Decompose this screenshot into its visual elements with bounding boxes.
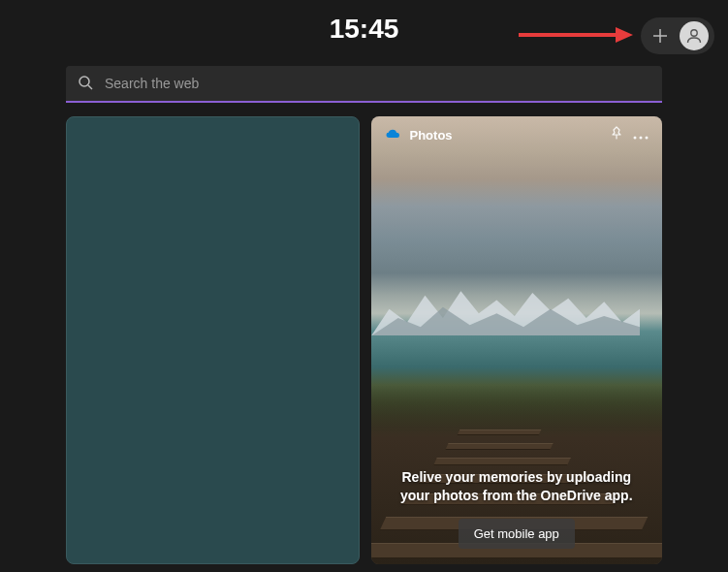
photos-header-actions xyxy=(610,126,649,143)
search-icon xyxy=(78,75,93,94)
svg-line-6 xyxy=(88,85,92,89)
search-container xyxy=(66,66,662,103)
svg-marker-1 xyxy=(616,27,633,43)
top-right-controls xyxy=(641,17,714,54)
add-widget-button[interactable] xyxy=(647,22,674,49)
mountain-shapes xyxy=(371,282,640,335)
get-mobile-app-button[interactable]: Get mobile app xyxy=(459,519,575,549)
onedrive-icon xyxy=(385,126,402,143)
clock: 15:45 xyxy=(330,14,399,45)
svg-point-11 xyxy=(646,137,649,140)
svg-point-9 xyxy=(634,137,637,140)
photos-widget-header: Photos xyxy=(371,116,663,153)
profile-button[interactable] xyxy=(680,21,709,50)
svg-point-4 xyxy=(691,30,697,36)
pin-icon[interactable] xyxy=(610,126,623,143)
plus-icon xyxy=(651,27,669,45)
photos-widget-title: Photos xyxy=(410,128,453,143)
photos-caption: Relive your memories by uploading your p… xyxy=(387,468,648,505)
photos-overlay: Relive your memories by uploading your p… xyxy=(371,449,663,564)
annotation-arrow xyxy=(519,25,635,45)
svg-point-10 xyxy=(640,137,643,140)
search-input[interactable] xyxy=(66,66,662,103)
widgets-row: Photos Relive your memories by xyxy=(66,116,662,564)
widget-empty-card[interactable] xyxy=(66,116,360,564)
svg-point-5 xyxy=(79,77,89,86)
widget-photos-card[interactable]: Photos Relive your memories by xyxy=(371,116,663,564)
photos-title-group: Photos xyxy=(385,126,453,143)
header-bar: 15:45 xyxy=(0,0,728,58)
more-icon[interactable] xyxy=(633,126,649,143)
person-icon xyxy=(684,26,704,46)
